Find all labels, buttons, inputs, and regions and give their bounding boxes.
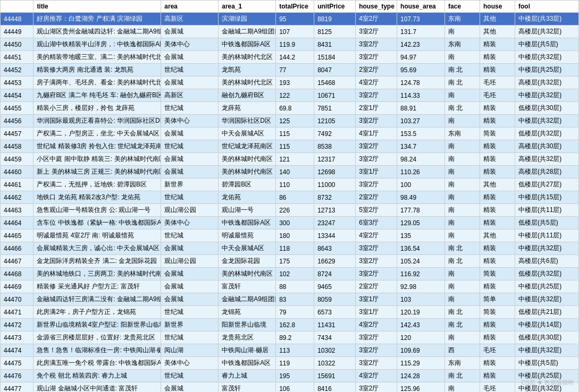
table-row[interactable]: 44469精装修 采光通风好 户型方正: 富茂轩会展城富茂轩8894652室2厅… [1, 280, 579, 293]
cell-house_area: 142.23 [397, 38, 445, 51]
cell-house_type: 5室2厅 [356, 204, 397, 217]
cell-face: 东南 [445, 13, 480, 25]
cell-house_area: 116.92 [397, 268, 445, 280]
table-row[interactable]: 44463急售观山湖一号精装住房 公: 观山湖一号观山湖公园观山湖一号22612… [1, 204, 579, 217]
cell-house_area: 98.24 [397, 153, 445, 166]
cell-id: 44457 [1, 127, 33, 140]
cell-title: 此房满2年，房子户型方正，龙锦苑 [33, 306, 161, 319]
cell-fool: 中楼层(共25层) [515, 64, 578, 76]
table-row[interactable]: 44471此房满2年，房子户型方正，龙锦苑世纪城龙锦苑7965733室1厅120… [1, 306, 579, 319]
cell-title: 金源省三房楼层层好，位置好: 龙贵苑北区 [33, 331, 161, 344]
table-row[interactable]: 44454九樾府B区 满二年 纯毛坯 车: 融创九樾府B区高新区融创九樾府B区1… [1, 89, 579, 102]
cell-title: 产权满二，无抵押，近地铁: 碧潭园B区 [33, 178, 161, 191]
cell-face: 南 北 [445, 76, 480, 89]
cell-fool: 高楼层(共32层) [515, 76, 578, 89]
table-row[interactable]: 44462地铁口 龙佑苑 精装2改3户型: 龙佑苑世纪城龙佑苑8687322室2… [1, 191, 579, 204]
cell-title: 金龙国际洋房精装全齐 满二: 金龙国际花园 [33, 255, 161, 268]
col-header-housetype[interactable]: house_type [356, 1, 397, 13]
table-row[interactable]: 44470金融城四达轩三房满二没有: 金融城二期A9组团四达轩会展城金融城二期A… [1, 293, 579, 306]
cell-house: 精装 [480, 102, 515, 115]
cell-house_type: 3室2厅 [356, 25, 397, 38]
cell-totalPrice: 79 [276, 306, 314, 319]
cell-fool: 中楼层(共11层) [515, 204, 578, 217]
cell-area: 会展城 [161, 153, 219, 166]
cell-area_1: 碧潭园B区 [219, 178, 276, 191]
cell-unitPrice: 10322 [314, 357, 356, 370]
col-header-id[interactable] [1, 1, 33, 13]
cell-title: 会展城精装大三房，诚心出: 中天会展城A区 [33, 242, 161, 255]
cell-id: 44470 [1, 293, 33, 306]
cell-face: 南 [445, 293, 480, 306]
table-row[interactable]: 44465明诚最惜苑 4室2厅 南: 明诚最惜苑世纪城明诚最惜苑18013344… [1, 229, 579, 242]
cell-house_area: 129.05 [397, 217, 445, 229]
table-row[interactable]: 44453房子满两年、毛坯房、看金: 美的林城时代北区会展城美的林城时代北区19… [1, 76, 579, 89]
table-row[interactable]: 44456华润国际最观房正看喜特公: 华润国际社区D区美体中心华润国际社区D区1… [1, 115, 579, 127]
cell-id: 44464 [1, 217, 33, 229]
table-row[interactable]: 44461产权满二，无抵押，近地铁: 碧潭园B区新世界碧潭园B区11011000… [1, 178, 579, 191]
table-row[interactable]: 44472新世界山临境精装4室户型证: 阳新世界山临境新世界阳新世界山临境162… [1, 319, 579, 331]
cell-face: 东南 [445, 38, 480, 51]
table-row[interactable]: 44468美的林城地铁口，三房两卫: 美的林城时代南区会展城美的林城时代南区10… [1, 268, 579, 280]
table-row[interactable]: 44474急售！急售！临湖标准住一房: 中铁阅山湖·樾居阅山湖中铁阅山湖·樾居1… [1, 344, 579, 357]
table-row[interactable]: 44466会展城精装大三房，诚心出: 中天会展城A区会展城中天会展城A区1188… [1, 242, 579, 255]
col-header-unitprice[interactable]: unitPrice [314, 1, 356, 13]
cell-fool: 高楼层(共30层) [515, 140, 578, 153]
cell-title: 观山湖 金融城小区中间通道: 富茂轩 [33, 382, 161, 393]
cell-unitPrice: 8059 [314, 293, 356, 306]
cell-totalPrice: 86 [276, 191, 314, 204]
cell-house: 精装 [480, 242, 515, 255]
table-row[interactable]: 44467金龙国际洋房精装全齐 满二: 金龙国际花园观山湖公园金龙国际花园175… [1, 255, 579, 268]
col-header-fool[interactable]: fool [515, 1, 578, 13]
cell-fool: 中楼层(共14层) [515, 319, 578, 331]
cell-face: 南 [445, 25, 480, 38]
cell-area: 世纪城 [161, 140, 219, 153]
table-row[interactable]: 44455精装小三房，楼层好，拎包 龙薛苑世纪城龙薛苑69.878512室1厅8… [1, 102, 579, 115]
cell-face: 南 北 [445, 306, 480, 319]
cell-unitPrice: 8732 [314, 191, 356, 204]
cell-totalPrice: 119.9 [276, 38, 314, 51]
cell-area: 世纪城 [161, 370, 219, 382]
col-header-area[interactable]: area [161, 1, 219, 13]
cell-id: 44459 [1, 153, 33, 166]
cell-title: 美的精装带地暖三室、满二: 美的林城时代北区 [33, 51, 161, 64]
table-row[interactable]: 44449观山湖区贵州金融城四达轩: 金融城二期A9组团四达轩会展城金融城二期A… [1, 25, 579, 38]
table-row[interactable]: 44458世纪城 精装修3房 拎包入住: 世纪城龙泽苑南区世纪城世纪城龙泽苑南区… [1, 140, 579, 153]
table-row[interactable]: 44475此房满五唯一免个税 带露台: 中铁逸都国际A区美体中心中铁逸都国际A区… [1, 357, 579, 370]
table-row[interactable]: 44477观山湖 金融城小区中间通道: 富茂轩会展城富茂轩10684163室2厅… [1, 382, 579, 393]
col-header-totalprice[interactable]: totalPrice [276, 1, 314, 13]
cell-fool: 中楼层(共32层) [515, 382, 578, 393]
cell-fool: 中楼层(共25层) [515, 370, 578, 382]
table-row[interactable]: 44473金源省三房楼层层好，位置好: 龙贵苑北区世纪城龙贵苑北区89.2743… [1, 331, 579, 344]
cell-title: 此房满五唯一免个税 带露台: 中铁逸都国际A区 [33, 357, 161, 370]
cell-totalPrice: 121 [276, 153, 314, 166]
col-header-face[interactable]: face [445, 1, 480, 13]
cell-id: 44460 [1, 166, 33, 178]
table-row[interactable]: 44457产权满二，户型房正，坐北: 中天会展城A区会展城中天会展城A区1157… [1, 127, 579, 140]
table-row[interactable]: 44464含车位 中铁逸都（紧缺一格: 中铁逸都国际A区美体中心中铁逸都国际A区… [1, 217, 579, 229]
table-row[interactable]: 44460新上 美的林城三房 正规三: 美的林城时代南区会展城美的林城时代南区1… [1, 166, 579, 178]
cell-area: 高新区 [161, 13, 219, 25]
cell-area_1: 金融城二期A9组团四达轩 [219, 25, 276, 38]
table-row[interactable]: 44459小区中庭 闹中取静 精装三: 美的林城时代南区会展城美的林城时代南区1… [1, 153, 579, 166]
cell-house_area: 98.49 [397, 191, 445, 204]
table-row[interactable]: 44476免个税 朝北 精装四房: 睿力上城世纪城睿力上城195156914室2… [1, 370, 579, 382]
cell-house: 其他 [480, 178, 515, 191]
table-row[interactable]: 44452精装修大两房 南北通透 装: 龙凯苑世纪城龙凯苑7780472室2厅9… [1, 64, 579, 76]
col-header-title[interactable]: title [33, 1, 161, 13]
cell-area: 新世界 [161, 178, 219, 191]
table-row[interactable]: 44451美的精装带地暖三室、满二: 美的林城时代北区会展城美的林城时代北区14… [1, 51, 579, 64]
table-row[interactable]: 44448好房推荐：白鹭湖旁 产权满 滨湖绿园高新区滨湖绿园9588194室2厅… [1, 13, 579, 25]
cell-area_1: 世纪城龙泽苑南区 [219, 140, 276, 153]
cell-fool: 中楼层(共32层) [515, 115, 578, 127]
cell-area_1: 中铁逸都国际A区 [219, 357, 276, 370]
cell-house: 精装 [480, 357, 515, 370]
cell-totalPrice: 125 [276, 115, 314, 127]
data-table-container[interactable]: title area area_1 totalPrice unitPrice h… [0, 0, 579, 392]
cell-face: 南 [445, 280, 480, 293]
col-header-housearea[interactable]: house_area [397, 1, 445, 13]
col-header-area1[interactable]: area_1 [219, 1, 276, 13]
cell-house_area: 95.69 [397, 64, 445, 76]
cell-area_1: 华润国际社区D区 [219, 115, 276, 127]
col-header-house[interactable]: house [480, 1, 515, 13]
table-row[interactable]: 44450观山湖中铁精装半山洋房，: 中铁逸都国际A区美体中心中铁逸都国际A区1… [1, 38, 579, 51]
